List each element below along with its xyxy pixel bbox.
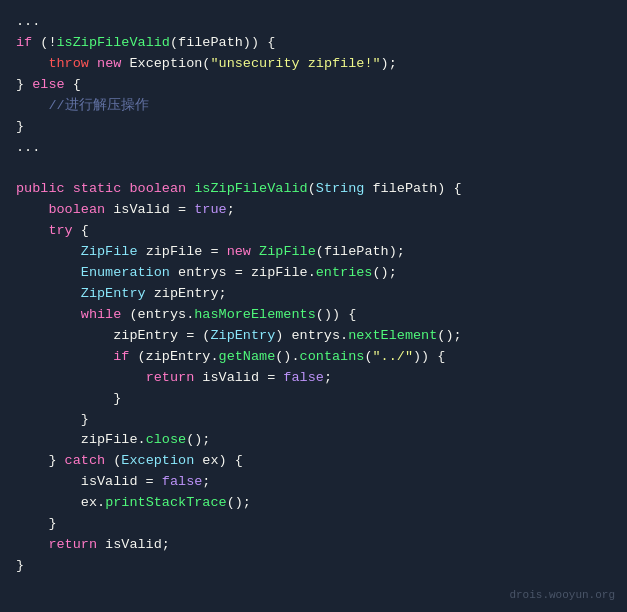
code-line-15: while (entrys.hasMoreElements()) { [16, 305, 611, 326]
code-line-11: try { [16, 221, 611, 242]
code-line-8 [16, 158, 611, 179]
code-line-21: zipFile.close(); [16, 430, 611, 451]
code-line-25: } [16, 514, 611, 535]
code-line-1: ... [16, 12, 611, 33]
code-line-16: zipEntry = (ZipEntry) entrys.nextElement… [16, 326, 611, 347]
code-line-2: if (!isZipFileValid(filePath)) { [16, 33, 611, 54]
code-line-20: } [16, 410, 611, 431]
code-line-23: isValid = false; [16, 472, 611, 493]
code-container: ... if (!isZipFileValid(filePath)) { thr… [0, 0, 627, 612]
code-line-27: } [16, 556, 611, 577]
code-line-14: ZipEntry zipEntry; [16, 284, 611, 305]
code-line-18: return isValid = false; [16, 368, 611, 389]
code-line-5: //进行解压操作 [16, 96, 611, 117]
watermark: drois.wooyun.org [509, 587, 615, 604]
code-line-7: ... [16, 138, 611, 159]
code-line-10: boolean isValid = true; [16, 200, 611, 221]
code-line-13: Enumeration entrys = zipFile.entries(); [16, 263, 611, 284]
code-line-6: } [16, 117, 611, 138]
code-line-9: public static boolean isZipFileValid(Str… [16, 179, 611, 200]
code-line-22: } catch (Exception ex) { [16, 451, 611, 472]
code-line-26: return isValid; [16, 535, 611, 556]
code-line-3: throw new Exception("unsecurity zipfile!… [16, 54, 611, 75]
code-line-4: } else { [16, 75, 611, 96]
code-line-19: } [16, 389, 611, 410]
code-line-17: if (zipEntry.getName().contains("../")) … [16, 347, 611, 368]
code-line-24: ex.printStackTrace(); [16, 493, 611, 514]
code-line-12: ZipFile zipFile = new ZipFile(filePath); [16, 242, 611, 263]
